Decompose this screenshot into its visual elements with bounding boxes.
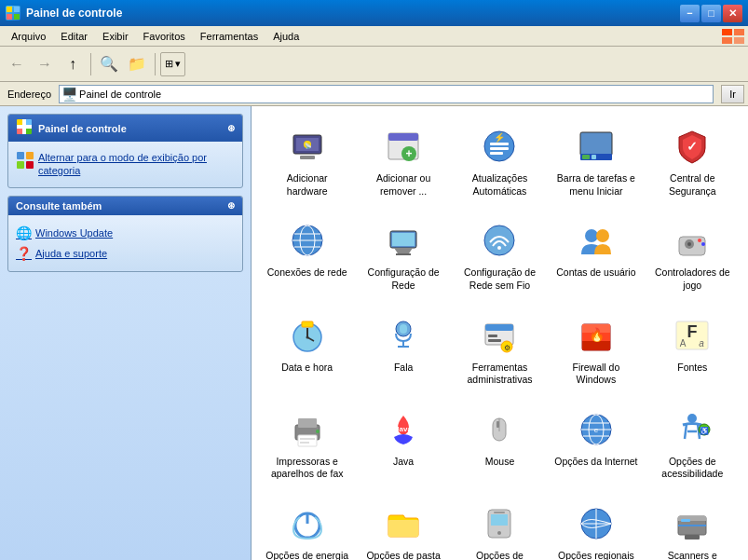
item-icon-network (285, 218, 330, 263)
svg-text:+: + (406, 147, 413, 160)
close-button[interactable]: ✕ (723, 5, 742, 22)
also-section-header[interactable]: Consulte também ⊛ (8, 197, 242, 215)
windows-logo-icon (722, 29, 744, 44)
toolbar: ← → ↑ 🔍 📁 ⊞ ▾ (0, 47, 748, 82)
item-label-joystick: Controladores de jogo (651, 266, 734, 292)
toolbar-separator-2 (155, 53, 156, 75)
svg-rect-0 (7, 7, 12, 12)
grid-item-scanner[interactable]: Scanners e câmeras (646, 493, 739, 560)
item-icon-joystick (670, 218, 714, 263)
grid-item-updates[interactable]: ⚡ Atualizações Automáticas (454, 116, 546, 206)
grid-item-taskbar[interactable]: Barra de tarefas e menu Iniciar (550, 116, 642, 206)
svg-rect-101 (491, 514, 508, 526)
folders-button[interactable]: 📁 (124, 51, 150, 77)
svg-rect-34 (582, 155, 590, 159)
svg-text:a: a (700, 338, 705, 348)
svg-rect-30 (490, 147, 509, 150)
item-label-users: Contas de usuário (556, 266, 635, 280)
views-button[interactable]: ⊞ ▾ (160, 52, 185, 76)
window-title: Painel de controle (26, 7, 680, 20)
category-view-link[interactable]: Alternar para o modo de exibição por cat… (16, 149, 235, 180)
grid-item-wireless[interactable]: Configuração de Rede sem Fio (454, 210, 546, 300)
maximize-button[interactable]: □ (701, 5, 721, 22)
svg-rect-58 (302, 321, 313, 327)
item-icon-phone (477, 501, 522, 546)
svg-point-102 (497, 531, 501, 535)
svg-text:⚡: ⚡ (494, 131, 506, 143)
grid-item-phone[interactable]: Opções de telefone e modem (454, 493, 546, 560)
address-input[interactable] (79, 89, 711, 100)
menu-ferramentas[interactable]: Ferramentas (193, 29, 265, 44)
grid-item-security[interactable]: ✓ Central de Segurança (646, 116, 739, 206)
svg-rect-60 (400, 324, 407, 334)
go-button[interactable]: Ir (721, 85, 744, 103)
grid-item-admin-tools[interactable]: ⚙ Ferramentas administrativas (454, 305, 546, 395)
svg-rect-82 (300, 442, 309, 444)
grid-item-users[interactable]: Contas de usuário (550, 210, 642, 300)
svg-rect-3 (14, 14, 20, 20)
control-panel-section-title: Painel de controle (38, 123, 127, 134)
svg-rect-31 (490, 152, 503, 155)
forward-button[interactable]: → (32, 51, 58, 77)
menu-ajuda[interactable]: Ajuda (265, 29, 306, 44)
menu-exibir[interactable]: Exibir (95, 29, 136, 44)
item-label-network-config: Configuração de Rede (361, 266, 444, 292)
svg-point-46 (497, 246, 501, 250)
item-label-firewall: Firewall do Windows (554, 362, 637, 387)
item-icon-wireless (477, 218, 522, 263)
content-area: 📡 Adicionar hardware + Adicionar ou remo… (252, 106, 748, 560)
svg-rect-2 (7, 14, 12, 20)
grid-item-network-config[interactable]: Configuração de Rede (357, 210, 449, 300)
minimize-button[interactable]: − (680, 5, 700, 22)
item-label-admin-tools: Ferramentas administrativas (458, 362, 541, 387)
windows-update-link[interactable]: 🌐 Windows Update (16, 223, 235, 243)
up-button[interactable]: ↑ (60, 51, 86, 77)
svg-point-52 (698, 239, 701, 242)
svg-rect-24 (388, 133, 418, 141)
svg-rect-17 (26, 161, 34, 169)
item-label-fonts: Fontes (677, 362, 707, 375)
help-support-link[interactable]: ❓ Ajuda e suporte (16, 243, 235, 264)
also-section-arrow-icon: ⊛ (227, 200, 235, 211)
svg-point-83 (316, 430, 320, 433)
grid-item-joystick[interactable]: Controladores de jogo (646, 210, 739, 300)
grid-item-accessibility[interactable]: ♿ Opções de acessibilidade (646, 399, 739, 489)
grid-item-folder[interactable]: Opções de pasta (357, 493, 449, 560)
help-support-label: Ajuda e suporte (35, 248, 107, 259)
item-label-power: Opções de energia (265, 550, 348, 560)
grid-item-printer[interactable]: Impressoras e aparelhos de fax (261, 399, 353, 489)
back-button[interactable]: ← (4, 51, 30, 77)
grid-item-firewall[interactable]: 🔥 Firewall do Windows (550, 305, 642, 395)
item-label-scanner: Scanners e câmeras (651, 550, 734, 560)
grid-item-hardware[interactable]: 📡 Adicionar hardware (261, 116, 353, 206)
menu-favoritos[interactable]: Favoritos (136, 29, 193, 44)
grid-item-power[interactable]: Opções de energia (261, 493, 353, 560)
svg-rect-80 (298, 435, 317, 446)
grid-item-add-remove[interactable]: + Adicionar ou remover ... (357, 116, 449, 206)
grid-item-regional[interactable]: Opções regionais e de idioma (550, 493, 642, 560)
item-label-java: Java (393, 456, 414, 469)
item-label-updates: Atualizações Automáticas (458, 172, 541, 198)
item-label-accessibility: Opções de acessibilidade (651, 456, 734, 481)
svg-point-51 (687, 242, 691, 246)
menu-editar[interactable]: Editar (53, 29, 95, 44)
grid-item-speech[interactable]: Fala (357, 305, 449, 395)
menu-arquivo[interactable]: Arquivo (4, 29, 53, 44)
item-label-network: Conexões de rede (267, 266, 347, 280)
svg-rect-66 (488, 339, 501, 342)
also-section: Consulte também ⊛ 🌐 Windows Update ❓ Aju… (7, 196, 243, 272)
grid-item-internet[interactable]: e Opções da Internet (550, 399, 642, 489)
views-arrow-icon: ▾ (175, 58, 181, 70)
search-button[interactable]: 🔍 (96, 51, 122, 77)
grid-item-fonts[interactable]: FAa Fontes (646, 305, 739, 395)
grid-item-java[interactable]: Java Java (357, 399, 449, 489)
control-panel-section-header[interactable]: Painel de controle ⊛ (8, 115, 242, 142)
title-bar: Painel de controle − □ ✕ (0, 0, 748, 26)
item-label-datetime: Data e hora (281, 362, 333, 375)
svg-point-53 (701, 242, 705, 246)
svg-rect-43 (392, 233, 415, 246)
grid-item-network[interactable]: Conexões de rede (261, 210, 353, 300)
svg-text:🔥: 🔥 (588, 327, 605, 343)
grid-item-datetime[interactable]: Data e hora (261, 305, 353, 395)
grid-item-mouse[interactable]: Mouse (454, 399, 546, 489)
